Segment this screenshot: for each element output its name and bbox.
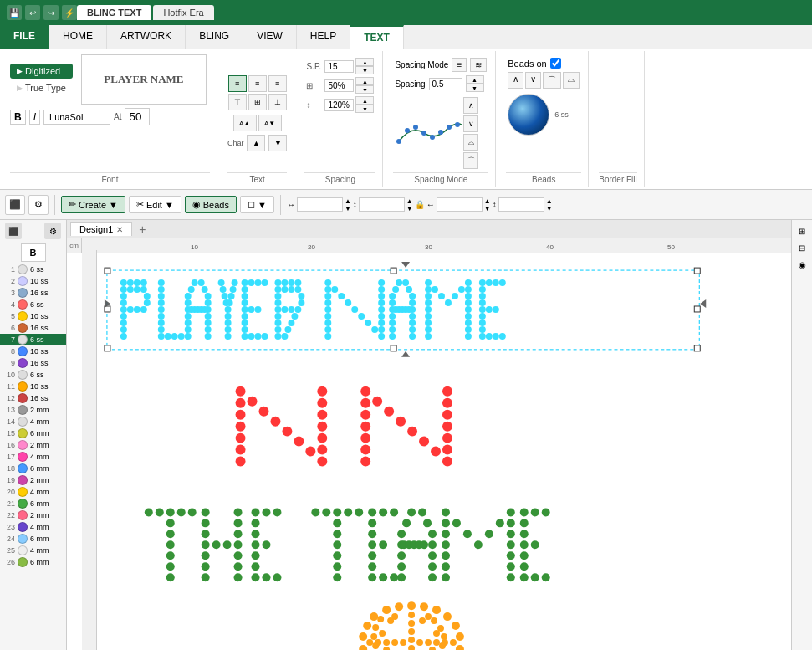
bead-list-item[interactable]: 21 6 mm [0, 498, 66, 509]
char-down-btn[interactable]: ▼ [268, 135, 287, 151]
panel-icon-1[interactable]: ⬛ [5, 223, 22, 239]
beads-on-checkbox[interactable] [550, 58, 561, 69]
right-icon-3[interactable]: ◉ [794, 257, 809, 272]
tab-view[interactable]: VIEW [243, 25, 297, 49]
right-icon-1[interactable]: ⊞ [794, 223, 809, 238]
scale-up-btn[interactable]: ▲ [355, 96, 374, 105]
create-button[interactable]: ✏ Create ▼ [61, 196, 125, 213]
scale-input[interactable] [324, 99, 354, 111]
curve-btn2[interactable]: ∨ [463, 115, 478, 132]
spacing-value-input[interactable] [429, 78, 462, 90]
align-left-btn[interactable]: ≡ [228, 75, 247, 92]
spacing-val-up[interactable]: ▲ [466, 75, 484, 84]
font-italic-btn[interactable]: I [29, 110, 40, 125]
percent-up-btn[interactable]: ▲ [355, 77, 374, 85]
bead-list-item[interactable]: 12 16 ss [0, 392, 66, 404]
y1-input[interactable]: 0.0 mm [359, 197, 405, 212]
bead-list-item[interactable]: 23 4 mm [0, 521, 66, 533]
bead-list-item[interactable]: 14 4 mm [0, 416, 66, 427]
bead-list-item[interactable]: 22 2 mm [0, 509, 66, 521]
svg-point-324 [397, 530, 406, 538]
bead-style-1[interactable]: ∧ [508, 72, 523, 89]
bead-list-item[interactable]: 11 10 ss [0, 381, 66, 392]
bead-list-item[interactable]: 13 2 mm [0, 404, 66, 416]
bead-list-item[interactable]: 10 6 ss [0, 369, 66, 381]
sp-down-btn[interactable]: ▼ [355, 66, 374, 74]
b-button[interactable]: B [21, 243, 46, 262]
tab-bling[interactable]: BLING [186, 25, 243, 49]
font-name-input[interactable] [43, 110, 110, 125]
curve-btn3[interactable]: ⌓ [463, 134, 478, 151]
bead-list-item[interactable]: 20 4 mm [0, 486, 66, 498]
beads-button[interactable]: ◉ Beads [185, 196, 237, 213]
sp-up-btn[interactable]: ▲ [355, 58, 374, 66]
right-icon-2[interactable]: ⊟ [794, 240, 809, 255]
design-tab[interactable]: Design1 ✕ [70, 222, 132, 236]
spacing-val-down[interactable]: ▼ [466, 84, 484, 92]
align-right-btn[interactable]: ≡ [268, 75, 287, 92]
bead-list-item[interactable]: 1 6 ss [0, 264, 66, 275]
bead-list-item[interactable]: 17 4 mm [0, 451, 66, 463]
hotfix-era-tab[interactable]: Hotfix Era [153, 5, 213, 20]
x2-input[interactable]: 0.0 mm [437, 197, 483, 212]
tab-help[interactable]: HELP [297, 25, 350, 49]
text-effect-2[interactable]: A▼ [258, 115, 282, 131]
percent-input[interactable] [324, 79, 354, 92]
bead-list-item[interactable]: 2 10 ss [0, 275, 66, 287]
bead-style-2[interactable]: ∨ [525, 72, 541, 89]
curve-btn1[interactable]: ∧ [463, 97, 478, 114]
char-up-btn[interactable]: ▲ [247, 135, 265, 151]
bead-list-item[interactable]: 7 6 ss [0, 334, 66, 345]
bead-list-item[interactable]: 25 4 mm [0, 545, 66, 556]
tab-artwork[interactable]: ARTWORK [107, 25, 186, 49]
y2-input[interactable]: 0.0 mm [498, 197, 544, 212]
digitized-button[interactable]: ▶ Digitized [10, 64, 73, 79]
edit-button[interactable]: ✂ Edit ▼ [129, 196, 181, 213]
new-tab-btn[interactable]: + [134, 223, 151, 236]
align-top-btn[interactable]: ⊤ [228, 94, 247, 110]
bead-list-item[interactable]: 16 2 mm [0, 439, 66, 451]
spacing-mode-btn2[interactable]: ≋ [470, 58, 487, 72]
spacing-mode-btn1[interactable]: ≡ [452, 58, 467, 72]
font-size-input[interactable] [125, 108, 150, 125]
bead-list-item[interactable]: 6 16 ss [0, 322, 66, 334]
canvas-inner[interactable] [82, 235, 791, 650]
align-bot-btn[interactable]: ⊥ [268, 94, 287, 110]
bead-style-4[interactable]: ⌓ [563, 72, 580, 89]
design-tab-close[interactable]: ✕ [116, 225, 123, 234]
menu-icon[interactable]: ⚡ [62, 5, 77, 20]
toolbar-icon-1[interactable]: ⬛ [5, 195, 25, 215]
align-mid-btn[interactable]: ⊞ [248, 94, 267, 110]
bead-list-item[interactable]: 5 10 ss [0, 310, 66, 322]
tab-file[interactable]: FILE [0, 25, 49, 49]
tab-home[interactable]: HOME [49, 25, 107, 49]
sp-value-input[interactable] [324, 60, 354, 73]
bead-list-item[interactable]: 8 10 ss [0, 345, 66, 357]
bead-list-item[interactable]: 4 6 ss [0, 299, 66, 310]
scale-down-btn[interactable]: ▼ [355, 105, 374, 113]
bling-text-tab[interactable]: BLING TEXT [77, 5, 151, 20]
bead-list-item[interactable]: 26 6 mm [0, 556, 66, 568]
truetype-button[interactable]: ▶ True Type [10, 80, 73, 95]
undo-icon[interactable]: ↩ [25, 5, 40, 20]
bead-list-item[interactable]: 3 16 ss [0, 287, 66, 299]
bead-list-item[interactable]: 15 6 mm [0, 427, 66, 439]
align-center-btn[interactable]: ≡ [248, 75, 267, 92]
curve-btn4[interactable]: ⌒ [463, 152, 478, 169]
text-effect-1[interactable]: A▲ [233, 115, 257, 131]
toolbar-select-btn[interactable]: ◻ ▼ [240, 196, 274, 213]
bead-list-item[interactable]: 18 6 mm [0, 463, 66, 474]
font-bold-btn[interactable]: B [10, 110, 26, 125]
bead-list-item[interactable]: 24 6 mm [0, 533, 66, 545]
toolbar-icon-2[interactable]: ⚙ [28, 195, 49, 215]
redo-icon[interactable]: ↪ [43, 5, 59, 20]
bead-style-3[interactable]: ⌒ [543, 72, 561, 89]
percent-down-btn[interactable]: ▼ [355, 85, 374, 94]
tab-text[interactable]: TEXT [350, 25, 404, 49]
save-icon[interactable]: 💾 [7, 5, 22, 20]
bead-list-item[interactable]: 19 2 mm [0, 474, 66, 486]
design-svg[interactable] [82, 235, 791, 650]
panel-icon-2[interactable]: ⚙ [44, 223, 61, 239]
x1-input[interactable]: 0.0 mm [297, 197, 343, 212]
bead-list-item[interactable]: 9 16 ss [0, 357, 66, 369]
